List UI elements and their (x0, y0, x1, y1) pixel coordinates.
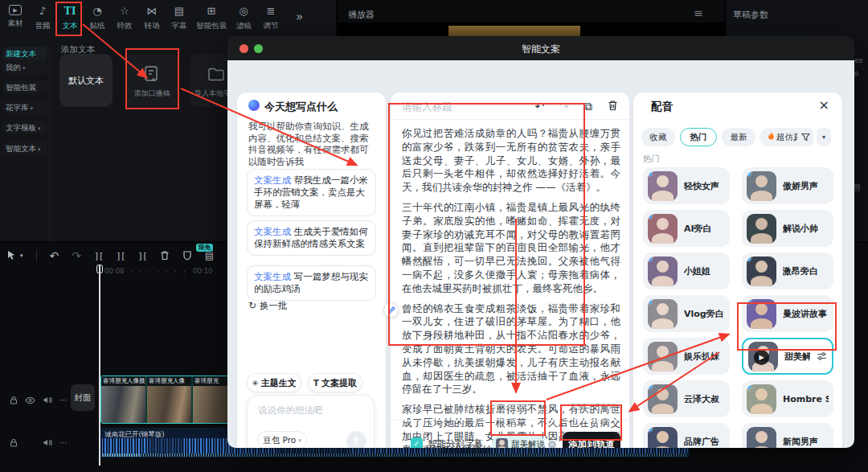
lock-icon[interactable] (10, 396, 18, 404)
tab-effects[interactable]: ☆特效 (111, 5, 138, 31)
topic-to-text-button[interactable]: ✳主题生文 (247, 373, 301, 392)
eye-icon[interactable] (25, 396, 35, 404)
model-selector[interactable]: 豆包 Pro▾ (257, 431, 307, 448)
refresh-suggestions-button[interactable]: ↻换一批 (248, 300, 288, 312)
selected-voice-pill[interactable]: 甜美解说 × (492, 435, 545, 448)
voice-avatar: ◆ (747, 257, 776, 286)
tab-audio[interactable]: ♪音频 (29, 5, 56, 31)
prompt-placeholder: 说说你的想法吧 (258, 404, 323, 417)
vip-diamond-icon: ◆ (747, 171, 751, 177)
undo-icon[interactable]: ↶ (50, 250, 59, 261)
edit-pencil-icon[interactable] (383, 302, 399, 318)
tab-filters[interactable]: ◎滤镜 (230, 5, 257, 31)
voice-card[interactable]: ◆Hombre Seri... (742, 380, 833, 417)
sidebar-item-smart-text[interactable]: 智能文本▾ (2, 142, 47, 155)
delete-icon[interactable] (160, 250, 170, 262)
text-extract-button[interactable]: T文案提取 (308, 373, 362, 392)
voice-card[interactable]: ◆傲娇男声 (742, 167, 833, 204)
trash-icon[interactable] (608, 100, 618, 113)
speaker-icon[interactable] (43, 438, 52, 447)
mask-icon[interactable] (182, 250, 192, 262)
script-editor-panel: 请输入标题 ↶ ↷ ⧉ 你见过把苦难活成勋章的人吗？福贵从腰缠万贯的富家少爷，跌… (391, 92, 629, 448)
sidebar-item-text-templates[interactable]: 文字模板▾ (2, 121, 47, 134)
suggestion-card[interactable]: 文案生成 写一篇梦想与现实的励志鸡汤 (247, 265, 376, 301)
copy-icon[interactable]: ⧉ (584, 101, 592, 112)
voice-card[interactable]: ◆小姐姐 (643, 252, 730, 289)
voice-card[interactable]: 娱乐扒妹 (643, 338, 730, 375)
voice-card[interactable]: ◆轻快女声 (643, 167, 730, 204)
redo-icon[interactable]: ↷ (559, 101, 569, 112)
text-doc-icon[interactable]: ▤ (205, 251, 214, 261)
assistant-intro: 我可以帮助你查询知识、生成内容、优化和总结文案、搜索抖音视频等，有任何需求都可以… (248, 121, 375, 167)
cursor-tool-icon[interactable] (6, 250, 17, 262)
split-left-icon[interactable]: ][ (116, 252, 125, 261)
voice-card[interactable]: ◆曼波讲故事 (742, 295, 833, 332)
captions-icon: ▤ (174, 5, 184, 18)
tab-media[interactable]: ▶素材 (2, 5, 29, 29)
filter-icon[interactable] (797, 128, 813, 146)
voice-card[interactable]: 新闻男声 (742, 423, 833, 448)
sidebar-item-mine[interactable]: 我的▾ (2, 60, 47, 74)
voice-card[interactable]: ◆品牌广告 (643, 423, 730, 448)
sidebar-item-fancy-text[interactable]: 花字库▾ (2, 101, 47, 114)
script-text-editor[interactable]: 你见过把苦难活成勋章的人吗？福贵从腰缠万贯的富家少爷，跌落到一无所有的贫苦农夫，… (402, 127, 620, 448)
toolbar-more-icon[interactable]: » (296, 5, 303, 24)
suggestion-card[interactable]: 文案生成 帮我生成一篇小米手环的营销文案，卖点是大屏幕，轻薄 (247, 169, 376, 216)
check-icon: ✓ (413, 439, 420, 448)
tab-captions[interactable]: ▤字幕 (166, 5, 193, 31)
tab-newest[interactable]: 最新 (722, 128, 755, 146)
voice-avatar: ◆ (648, 257, 678, 286)
tab-hot[interactable]: 热门 (680, 128, 717, 146)
video-clip[interactable]: 赛博朋克人像 (147, 376, 191, 423)
sidebar-item-new-text[interactable]: 新建文本 (2, 47, 47, 60)
speaker-icon[interactable] (43, 396, 52, 404)
chevron-down-icon[interactable]: ▾ (817, 128, 831, 146)
video-clip[interactable]: 赛博朋克人像摄 (101, 376, 145, 423)
text-icon: TI (64, 5, 76, 18)
voice-card[interactable]: 解说小帅 (742, 210, 833, 247)
default-text-card[interactable]: 默认文本 (59, 54, 113, 107)
clip-thumbnail (147, 386, 191, 423)
video-track[interactable]: 赛博朋克人像摄 赛博朋克人像 赛博朋克 (100, 376, 235, 424)
close-icon[interactable]: × (819, 97, 829, 113)
player-menu-icon[interactable]: ≡ (694, 6, 703, 19)
cover-button[interactable]: 封面 (71, 384, 95, 411)
script-paragraph: 你见过把苦难活成勋章的人吗？福贵从腰缠万贯的富家少爷，跌落到一无所有的贫苦农夫，… (402, 127, 620, 195)
voice-card[interactable]: ◆云泽大叔 (643, 380, 730, 417)
voice-card[interactable]: ◆Vlog旁白 (643, 295, 730, 332)
split-right-icon[interactable]: ][ (137, 252, 146, 261)
tab-adjust[interactable]: ≣调节 (257, 5, 285, 31)
undo-icon[interactable]: ↶ (535, 101, 545, 112)
modal-titlebar: 智能文案 (227, 36, 854, 60)
remove-voice-icon[interactable]: × (548, 441, 556, 449)
voice-card[interactable]: ◆激昂旁白 (742, 252, 833, 289)
voice-card[interactable]: ◆AI旁白 (643, 210, 730, 247)
tab-smart-pack[interactable]: ⊞智能包装 (193, 5, 230, 31)
tab-text[interactable]: TI文本 (56, 5, 84, 31)
prompt-input[interactable]: 说说你的想法吧 豆包 Pro▾ ↑ (247, 395, 375, 448)
title-input[interactable]: 请输入标题 (402, 101, 452, 114)
play-icon[interactable]: ▶ (754, 350, 769, 365)
voice-card-selected[interactable]: ▶ 甜美解说 (742, 338, 833, 375)
send-button[interactable]: ↑ (346, 431, 366, 448)
su ggestion-card[interactable]: 文案生成 生成关于爱情如何保持新鲜感的情感关系文案 (247, 220, 376, 256)
audio-track-controls: ⋯ (10, 438, 68, 447)
tab-sticker[interactable]: ◔贴纸 (84, 5, 111, 31)
cursor-chevron-icon[interactable]: ▾ (20, 253, 23, 259)
sidebar-item-smart-pack[interactable]: 智能包装 (2, 80, 47, 94)
more-options-icon[interactable]: ⋯ (59, 396, 68, 404)
voices-section-label: 热门 (643, 154, 660, 165)
redo-icon[interactable]: ↷ (72, 250, 81, 261)
lock-icon[interactable] (10, 438, 18, 447)
modal-body: 今天想写点什么 我可以帮助你查询知识、生成内容、优化和总结文案、搜索抖音视频等，… (227, 60, 854, 448)
smart-split-checkbox[interactable]: ✓ (411, 437, 423, 448)
add-to-track-button[interactable]: 添加到轨道 (563, 432, 620, 448)
more-options-icon[interactable]: ⋯ (59, 438, 68, 447)
speech-doc-icon (143, 65, 161, 88)
split-icon[interactable]: ][ (94, 252, 103, 261)
tab-transition[interactable]: ⋈转场 (138, 5, 166, 31)
tab-favorites[interactable]: 收藏 (641, 128, 675, 146)
voice-settings-icon[interactable] (817, 349, 827, 364)
voiceover-panel: 配音 × 收藏 热门 最新 超仿真 ▾ 热门 ◆轻快女声 ◆傲娇男声 ◆AI旁白… (633, 92, 842, 448)
add-speech-script-card[interactable]: 添加口播稿 (125, 54, 178, 107)
